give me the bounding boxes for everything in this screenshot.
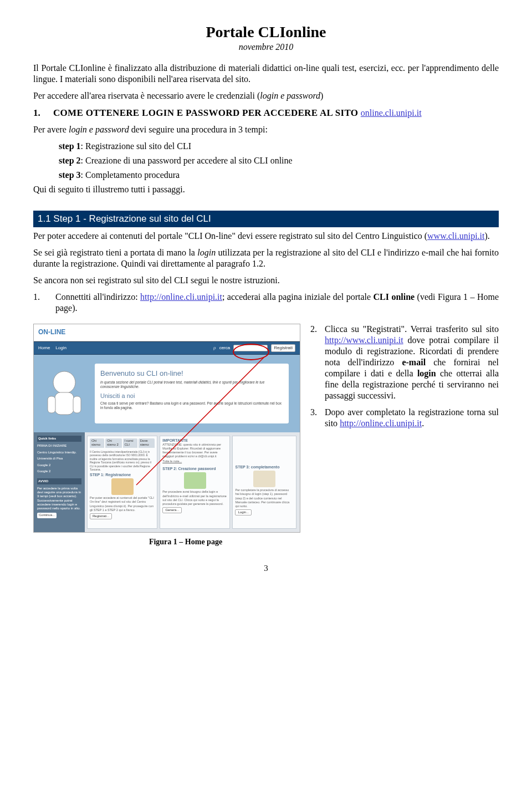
steps-list: step 1: Registrazione sul sito del CLI s… xyxy=(59,141,499,181)
ss-step2-icon xyxy=(184,472,206,489)
link-online-cli-3[interactable]: http://online.cli.unipi.it xyxy=(340,418,422,428)
annotation-red-circle xyxy=(233,344,269,360)
ss-step3-card: STEP 3: completamento Per completare la … xyxy=(232,436,296,529)
link-online-cli[interactable]: online.cli.unipi.it xyxy=(361,108,422,118)
procedure-intro: Per avere login e password devi seguire … xyxy=(33,124,499,135)
intro-paragraph-1: Il Portale CLIonline è finalizzato alla … xyxy=(33,63,499,85)
ss-step1-card: Chi siamoChi siamo 2I corsi CLIDove siam… xyxy=(87,436,157,529)
link-www-cli-2[interactable]: http://www.cli.unipi.it xyxy=(325,335,403,345)
ss-search-label: cerca xyxy=(219,345,231,351)
ss-step1-icon xyxy=(111,478,134,495)
ss-step3-icon xyxy=(253,471,275,487)
page-title: Portale CLIonline xyxy=(33,22,499,42)
ss-quicklinks: Quick links PRIMA DI INIZIARE Centro Lin… xyxy=(34,432,85,532)
ss-registrati-button[interactable]: Registrati xyxy=(271,344,295,352)
section-1-1-bar: 1.1 Step 1 - Registrazione sul sito del … xyxy=(33,211,499,227)
link-online-cli-2[interactable]: http://online.cli.unipi.it xyxy=(140,292,222,302)
ss-continua-button[interactable]: Continua... xyxy=(37,513,57,518)
ss-nav-login[interactable]: Login xyxy=(55,345,66,351)
section-1-heading: 1. COME OTTENERE LOGIN E PASSWORD PER AC… xyxy=(33,107,499,119)
ss-registrati-btn[interactable]: Registrati... xyxy=(90,513,112,520)
instruction-2: Clicca su "Registrati". Verrai trasferit… xyxy=(325,324,499,401)
procedure-outro: Qui di seguito ti illustremo tutti i pas… xyxy=(33,184,499,195)
ss-login-btn[interactable]: Login... xyxy=(235,509,252,516)
ss-logo: ON-LINE xyxy=(38,328,65,336)
link-www-cli[interactable]: www.cli.unipi.it xyxy=(427,231,484,241)
ss-step2-card: IMPORTANTE ATTENZIONE: questo sito è ott… xyxy=(160,436,230,529)
page-number: 3 xyxy=(33,563,499,574)
figure-1-caption: Figura 1 – Home page xyxy=(72,537,299,547)
instruction-3: Dopo aver completato la registrazione to… xyxy=(325,407,499,429)
page-subtitle: novembre 2010 xyxy=(33,42,499,53)
para-already-registered: Se sei già registrato tieni a portata di… xyxy=(33,247,499,269)
intro-paragraph-2: Per accedere all'area riservata è necess… xyxy=(33,90,499,101)
svg-rect-2 xyxy=(55,392,74,415)
para-1-1-intro: Per poter accedere ai contenuti del port… xyxy=(33,231,499,242)
svg-rect-3 xyxy=(48,396,55,413)
figure-1-screenshot: ON-LINE Home Login ρ cerca Registrati xyxy=(33,324,300,533)
svg-point-1 xyxy=(53,371,75,394)
ss-hero-subtitle: Unisciti a noi xyxy=(100,392,283,400)
ss-genera-btn[interactable]: Genera... xyxy=(162,507,182,514)
svg-rect-4 xyxy=(73,396,81,413)
para-not-registered: Se ancora non sei registrato sul sito de… xyxy=(33,275,499,286)
ss-nav-home[interactable]: Home xyxy=(38,345,50,351)
ss-astronaut-image xyxy=(34,355,95,432)
instruction-list-top: 1. Connettiti all'indirizzo: http://onli… xyxy=(33,292,499,314)
ss-hero-title: Benvenuto su CLI on-line! xyxy=(100,369,283,378)
